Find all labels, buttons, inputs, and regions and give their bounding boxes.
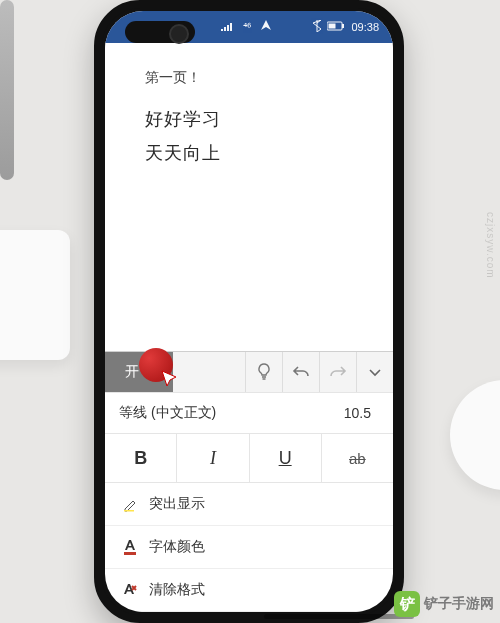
document-canvas[interactable]: 第一页！ 好好学习 天天向上 bbox=[105, 43, 393, 351]
signal-icon bbox=[221, 21, 233, 33]
hint-button[interactable] bbox=[245, 352, 282, 392]
highlight-icon bbox=[117, 496, 143, 512]
background-item-right bbox=[450, 380, 500, 490]
undo-button[interactable] bbox=[282, 352, 319, 392]
ribbon-bar: 开 bbox=[105, 351, 393, 392]
undo-icon bbox=[292, 365, 310, 379]
network-badge: ⁴⁶ bbox=[243, 21, 251, 34]
font-row[interactable]: 等线 (中文正文) 10.5 bbox=[105, 392, 393, 433]
redo-button[interactable] bbox=[319, 352, 356, 392]
format-options: 突出显示 字体颜色 清除格式 bbox=[105, 483, 393, 612]
page-label: 第一页！ bbox=[145, 69, 365, 87]
svg-rect-4 bbox=[124, 552, 136, 555]
watermark-side: czjxsyw.com bbox=[485, 212, 496, 279]
bluetooth-icon bbox=[313, 20, 321, 34]
watermark-brand: 铲 铲子手游网 bbox=[394, 591, 494, 617]
highlight-option[interactable]: 突出显示 bbox=[105, 483, 393, 526]
phone-mockup: ⁴⁶ 09:38 第一页！ 好好学习 天天向上 bbox=[94, 0, 404, 623]
font-color-icon bbox=[117, 538, 143, 556]
text-style-grid: B I U ab bbox=[105, 433, 393, 483]
background-stylus bbox=[0, 0, 14, 180]
brand-text: 铲子手游网 bbox=[424, 595, 494, 613]
tab-start-label: 开 bbox=[125, 363, 139, 381]
underline-button[interactable]: U bbox=[250, 434, 322, 482]
clear-format-option[interactable]: 清除格式 bbox=[105, 569, 393, 612]
home-indicator bbox=[264, 614, 414, 619]
svg-rect-1 bbox=[342, 24, 344, 28]
tab-start[interactable]: 开 bbox=[105, 352, 173, 392]
highlight-label: 突出显示 bbox=[149, 495, 205, 513]
doc-line-2: 天天向上 bbox=[145, 141, 365, 165]
font-name: 等线 (中文正文) bbox=[119, 404, 344, 422]
svg-rect-2 bbox=[329, 24, 336, 29]
svg-rect-3 bbox=[124, 510, 134, 512]
font-color-option[interactable]: 字体颜色 bbox=[105, 526, 393, 569]
tutorial-pointer bbox=[139, 348, 173, 382]
lightbulb-icon bbox=[256, 363, 272, 381]
clear-format-icon bbox=[117, 582, 143, 598]
chevron-down-icon bbox=[368, 365, 382, 379]
bold-button[interactable]: B bbox=[105, 434, 177, 482]
more-button[interactable] bbox=[356, 352, 393, 392]
location-icon bbox=[261, 20, 271, 34]
clear-format-label: 清除格式 bbox=[149, 581, 205, 599]
italic-button[interactable]: I bbox=[177, 434, 249, 482]
strikethrough-button[interactable]: ab bbox=[322, 434, 393, 482]
redo-icon bbox=[329, 365, 347, 379]
doc-line-1: 好好学习 bbox=[145, 107, 365, 131]
font-color-label: 字体颜色 bbox=[149, 538, 205, 556]
brand-icon: 铲 bbox=[394, 591, 420, 617]
status-time: 09:38 bbox=[351, 21, 379, 33]
background-item-left bbox=[0, 230, 70, 360]
phone-notch bbox=[125, 21, 195, 43]
battery-icon bbox=[327, 21, 345, 33]
font-size: 10.5 bbox=[344, 405, 371, 421]
